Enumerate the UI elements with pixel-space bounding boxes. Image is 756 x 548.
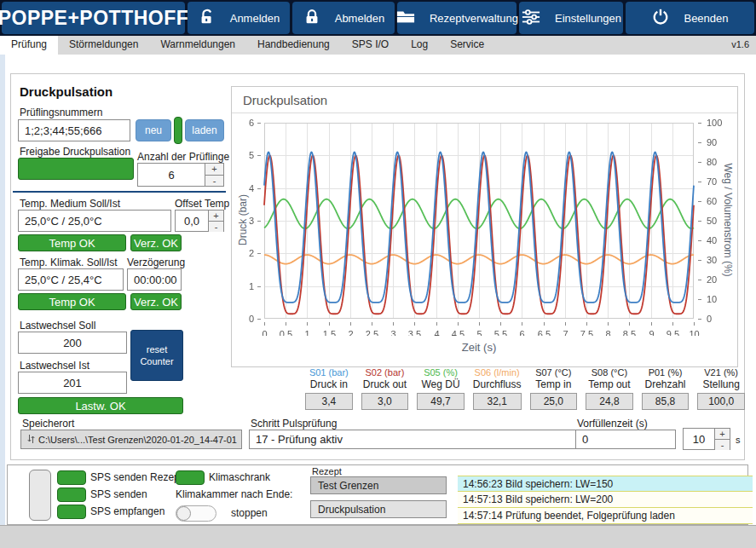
divider bbox=[13, 191, 226, 193]
temp-medium-label: Temp. Medium Soll/Ist bbox=[20, 198, 120, 210]
sensor-s07: S07 (°C)Temp in25,0 bbox=[530, 367, 578, 410]
sensor-name-label: Stellung bbox=[697, 378, 745, 390]
vorfuell-increment-button[interactable]: + bbox=[715, 429, 730, 440]
anzahl-value[interactable]: 6 bbox=[138, 164, 205, 186]
anmelden-button[interactable]: Anmelden bbox=[188, 2, 290, 34]
sensor-v21: V21 (%)Stellung100,0 bbox=[697, 367, 745, 410]
sensor-s06: S06 (l/min)Durchfluss32,1 bbox=[473, 367, 522, 410]
chart-title: Druckpulsation bbox=[232, 87, 737, 113]
sensor-p01: P01 (%)Drehzahl85,8 bbox=[642, 367, 690, 410]
speicherort-field[interactable]: C:\Users\...\Test Grenzen\2020-01-20_14-… bbox=[20, 430, 242, 449]
lastwechsel-soll-label: Lastwechsel Soll bbox=[20, 320, 95, 332]
vorfuell-decrement-button[interactable]: - bbox=[715, 440, 730, 450]
temp-medium-verz-ok-indicator: Verz. OK bbox=[130, 234, 182, 251]
log-entry[interactable]: 14:57:13 Bild speichern: LW=200 bbox=[458, 492, 753, 508]
sensor-readouts: S01 (bar)Druck in3,4S02 (bar)Druck out3,… bbox=[305, 367, 745, 410]
lastwechsel-ok-indicator: Lastw. OK bbox=[18, 397, 183, 414]
vorfuellzeit-input[interactable]: 0 bbox=[575, 430, 676, 449]
schritt-label: Schritt Pulsprüfung bbox=[251, 418, 337, 430]
einstellungen-button[interactable]: Einstellungen bbox=[519, 2, 623, 34]
sensor-s05: S05 (%)Weg DÜ49,7 bbox=[417, 367, 465, 410]
verzoegerung-input[interactable]: 00:00:00 bbox=[127, 268, 182, 291]
lastwechsel-ist-input[interactable]: 201 bbox=[18, 372, 127, 394]
temp-medium-input[interactable]: 25,0°C / 25,0°C bbox=[18, 210, 171, 232]
temp-klimak-label: Temp. Klimak. Soll/Ist bbox=[20, 257, 118, 268]
vorfuellzeit-spinner-value[interactable]: 10 bbox=[684, 429, 714, 449]
sensor-value: 32,1 bbox=[473, 393, 522, 410]
window-edge bbox=[0, 55, 5, 525]
vorfuellzeit-label: Vorfüllenzeit (s) bbox=[577, 418, 648, 430]
sps-senden-indicator bbox=[57, 487, 86, 502]
beenden-button[interactable]: Beenden bbox=[626, 2, 754, 34]
anzahl-increment-button[interactable]: + bbox=[205, 164, 223, 176]
sensor-id-label: S08 (°C) bbox=[586, 367, 633, 378]
neu-button[interactable]: neu bbox=[136, 119, 171, 141]
anzahl-decrement-button[interactable]: - bbox=[205, 176, 223, 187]
sensor-value: 3,4 bbox=[305, 393, 353, 410]
offset-decrement-button[interactable]: - bbox=[209, 222, 223, 232]
tab-service[interactable]: Service bbox=[439, 36, 495, 55]
temp-klimak-verz-ok-indicator: Verz. OK bbox=[130, 293, 182, 310]
tab-handbedienung[interactable]: Handbedienung bbox=[246, 36, 341, 55]
schritt-field[interactable]: 17 - Prüfung aktiv bbox=[249, 430, 580, 449]
sensor-name-label: Temp out bbox=[586, 378, 633, 390]
offset-temp-spinner: 0,0 + - bbox=[175, 210, 224, 232]
log-entry[interactable]: 14:56:23 Bild speichern: LW=150 bbox=[458, 476, 753, 492]
sensor-value: 85,8 bbox=[642, 393, 690, 410]
version-label: v1.6 bbox=[724, 36, 756, 55]
sensor-value: 49,7 bbox=[417, 393, 465, 410]
anzahl-label: Anzahl der Prüflinge bbox=[137, 151, 229, 163]
rezeptverwaltung-button[interactable]: Rezeptverwaltung bbox=[397, 2, 517, 34]
tab-sps-i-o[interactable]: SPS I/O bbox=[341, 36, 400, 55]
klimakammer-label: Klimakammer nach Ende: bbox=[176, 488, 292, 500]
tab-störmeldungen[interactable]: Störmeldungen bbox=[58, 36, 149, 55]
laden-button[interactable]: laden bbox=[185, 119, 224, 141]
sensor-id-label: P01 (%) bbox=[642, 367, 690, 378]
sensor-name-label: Durchfluss bbox=[473, 378, 522, 390]
offset-temp-label: Offset Temp bbox=[175, 198, 229, 210]
tab-warnmeldungen[interactable]: Warnmeldungen bbox=[149, 36, 246, 55]
klimaschrank-label: Klimaschrank bbox=[209, 471, 270, 483]
sensor-id-label: S07 (°C) bbox=[530, 367, 578, 378]
sensor-value: 100,0 bbox=[697, 393, 745, 410]
offset-increment-button[interactable]: + bbox=[209, 211, 223, 222]
freigabe-status-indicator bbox=[18, 158, 134, 180]
power-icon bbox=[651, 8, 670, 29]
lastwechsel-soll-input[interactable]: 200 bbox=[18, 332, 127, 354]
lock-icon bbox=[303, 8, 321, 29]
brand-logo: POPPE+POTTHOFF bbox=[2, 2, 185, 34]
sensor-s08: S08 (°C)Temp out24,8 bbox=[586, 367, 633, 410]
freigabe-label: Freigabe Druckpulsation bbox=[20, 146, 130, 158]
verzoegerung-label: Verzögerung bbox=[127, 257, 185, 268]
temp-klimak-input[interactable]: 25,0°C / 25,4°C bbox=[18, 268, 124, 291]
tab-log[interactable]: Log bbox=[400, 36, 439, 55]
tab-prüfung[interactable]: Prüfung bbox=[0, 36, 58, 55]
klimakammer-toggle[interactable] bbox=[176, 505, 216, 522]
log-entry[interactable]: 14:57:14 Prüfung beendet, Folgeprüfung l… bbox=[458, 508, 753, 524]
rezept-type-field[interactable]: Druckpulsation bbox=[310, 500, 447, 518]
sensor-value: 25,0 bbox=[530, 393, 578, 410]
tab-bar: PrüfungStörmeldungenWarnmeldungenHandbed… bbox=[0, 36, 756, 55]
sensor-id-label: S02 (bar) bbox=[361, 367, 409, 378]
rezept-name-field[interactable]: Test Grenzen bbox=[310, 476, 447, 494]
sliders-icon bbox=[521, 8, 541, 29]
title-bar: POPPE+POTTHOFF Anmelden Abmelden Rezeptv… bbox=[0, 0, 756, 36]
rezept-label: Rezept bbox=[312, 466, 342, 476]
vorfuellzeit-spinner: 10 + - bbox=[683, 428, 730, 450]
abmelden-button[interactable]: Abmelden bbox=[292, 2, 395, 34]
sps-senden-rezept-indicator bbox=[57, 470, 86, 485]
sensor-name-label: Weg DÜ bbox=[417, 378, 465, 390]
event-log[interactable]: 14:56:23 Bild speichern: LW=15014:57:13 … bbox=[458, 476, 753, 524]
offset-temp-value[interactable]: 0,0 bbox=[176, 211, 208, 231]
x-axis-label: Zeit (s) bbox=[436, 341, 522, 354]
sensor-s02: S02 (bar)Druck out3,0 bbox=[361, 367, 409, 410]
klimaschrank-indicator bbox=[176, 470, 205, 485]
sensor-name-label: Druck in bbox=[305, 378, 353, 390]
unlock-icon bbox=[198, 8, 216, 29]
speicherort-label: Speicherort bbox=[22, 418, 74, 430]
pulsation-chart bbox=[237, 119, 734, 336]
sps-empfangen-label: SPS empfangen bbox=[90, 505, 164, 517]
prueflingsnummern-input[interactable]: 1;2;3;44;55;666 bbox=[18, 119, 130, 141]
sort-icon bbox=[27, 434, 35, 446]
reset-counter-button[interactable]: reset Counter bbox=[130, 330, 183, 381]
